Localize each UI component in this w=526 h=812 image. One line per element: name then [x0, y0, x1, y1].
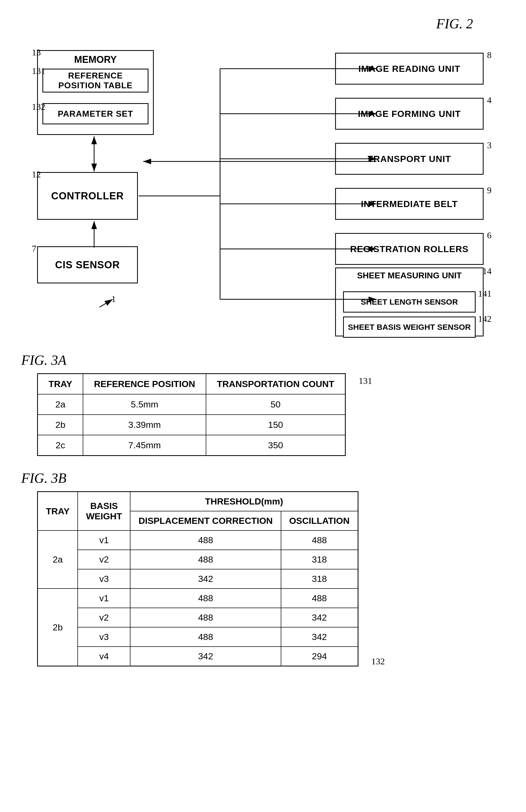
- ref-1: 1: [111, 294, 116, 304]
- tray-cell: 2b: [38, 415, 83, 435]
- table-row: v3 342 318: [38, 569, 358, 589]
- displacement-cell: 488: [130, 531, 281, 550]
- col-transcount-header: TRANSPORTATION COUNT: [206, 374, 345, 394]
- diagram-area: MEMORY REFERENCE POSITION TABLE PARAMETE…: [21, 40, 505, 336]
- table-row: 2c 7.45mm 350: [38, 435, 346, 456]
- fig3b-section: FIG. 3B TRAY BASIS WEIGHT THRESHOLD(mm) …: [21, 470, 505, 668]
- ref-6: 6: [487, 230, 492, 241]
- tray-cell: 2a: [38, 394, 83, 415]
- weight-cell: v2: [78, 550, 130, 569]
- cis-sensor-block: CIS SENSOR: [37, 246, 138, 284]
- registration-rollers-block: REGISTRATION ROLLERS: [335, 233, 484, 265]
- col-threshold-header: THRESHOLD(mm): [130, 492, 358, 511]
- oscillation-cell: 488: [281, 531, 358, 550]
- refpos-cell: 5.5mm: [83, 394, 206, 415]
- ref-9: 9: [487, 185, 492, 195]
- fig3b-table-wrapper: TRAY BASIS WEIGHT THRESHOLD(mm) DISPLACE…: [21, 491, 359, 666]
- ref-132-3b: 132: [371, 656, 385, 666]
- col-refpos-header: REFERENCE POSITION: [83, 374, 206, 394]
- fig3a-label: FIG. 3A: [21, 352, 505, 368]
- sheet-weight-block: SHEET BASIS WEIGHT SENSOR: [343, 317, 476, 338]
- oscillation-cell: 294: [281, 647, 358, 666]
- ref-3: 3: [487, 140, 492, 150]
- ref-142: 142: [478, 314, 492, 324]
- fig3a-table-wrapper: TRAY REFERENCE POSITION TRANSPORTATION C…: [21, 373, 346, 456]
- col-oscillation-header: OSCILLATION: [281, 511, 358, 531]
- ref-pos-table-block: REFERENCE POSITION TABLE: [42, 69, 148, 92]
- displacement-cell: 488: [130, 608, 281, 627]
- tray-cell: 2c: [38, 435, 83, 456]
- ref-132: 132: [32, 102, 45, 112]
- transport-block: TRANSPORT UNIT: [335, 143, 484, 175]
- fig3a-section: FIG. 3A TRAY REFERENCE POSITION TRANSPOR…: [21, 352, 505, 457]
- displacement-cell: 488: [130, 627, 281, 647]
- ref-4: 4: [487, 95, 492, 105]
- transcount-cell: 150: [206, 415, 345, 435]
- controller-block: CONTROLLER: [37, 172, 138, 220]
- table-row: 2b v1 488 488: [38, 589, 358, 608]
- ref-7: 7: [32, 244, 36, 254]
- image-reading-block: IMAGE READING UNIT: [335, 53, 484, 85]
- table-row: v4 342 294: [38, 647, 358, 666]
- col-tray-header: TRAY: [38, 492, 78, 531]
- weight-cell: v1: [78, 531, 130, 550]
- page: FIG. 2 MEMORY REFERENCE POSITION TABLE P…: [0, 0, 526, 812]
- tray-cell: 2a: [38, 531, 78, 589]
- tray-cell: 2b: [38, 589, 78, 666]
- col-basis-weight-header: BASIS WEIGHT: [78, 492, 130, 531]
- displacement-cell: 342: [130, 647, 281, 666]
- displacement-cell: 488: [130, 550, 281, 569]
- sheet-measuring-label: SHEET MEASURING UNIT: [335, 267, 484, 280]
- displacement-cell: 342: [130, 569, 281, 589]
- intermediate-belt-block: INTERMEDIATE BELT: [335, 188, 484, 220]
- oscillation-cell: 488: [281, 589, 358, 608]
- param-set-block: PARAMETER SET: [42, 103, 148, 124]
- table-row: 2b 3.39mm 150: [38, 415, 346, 435]
- table-row: v2 488 342: [38, 608, 358, 627]
- fig2-title: FIG. 2: [21, 16, 505, 31]
- sheet-length-block: SHEET LENGTH SENSOR: [343, 291, 476, 313]
- oscillation-cell: 342: [281, 627, 358, 647]
- refpos-cell: 7.45mm: [83, 435, 206, 456]
- col-tray-header: TRAY: [38, 374, 83, 394]
- fig3b-table: TRAY BASIS WEIGHT THRESHOLD(mm) DISPLACE…: [37, 491, 359, 666]
- transcount-cell: 50: [206, 394, 345, 415]
- transcount-cell: 350: [206, 435, 345, 456]
- svg-line-14: [99, 299, 113, 307]
- fig3a-table: TRAY REFERENCE POSITION TRANSPORTATION C…: [37, 373, 346, 456]
- col-displacement-header: DISPLACEMENT CORRECTION: [130, 511, 281, 531]
- fig3b-label: FIG. 3B: [21, 470, 505, 486]
- weight-cell: v2: [78, 608, 130, 627]
- ref-141: 141: [478, 289, 492, 299]
- displacement-cell: 488: [130, 589, 281, 608]
- memory-label: MEMORY: [37, 54, 154, 65]
- ref-8: 8: [487, 50, 492, 60]
- refpos-cell: 3.39mm: [83, 415, 206, 435]
- ref-14: 14: [483, 266, 492, 276]
- weight-cell: v4: [78, 647, 130, 666]
- weight-cell: v1: [78, 589, 130, 608]
- weight-cell: v3: [78, 627, 130, 647]
- table-row: 2a v1 488 488: [38, 531, 358, 550]
- image-forming-block: IMAGE FORMING UNIT: [335, 98, 484, 130]
- table-row: v3 488 342: [38, 627, 358, 647]
- weight-cell: v3: [78, 569, 130, 589]
- ref-12: 12: [32, 170, 41, 179]
- oscillation-cell: 342: [281, 608, 358, 627]
- oscillation-cell: 318: [281, 569, 358, 589]
- oscillation-cell: 318: [281, 550, 358, 569]
- table-row: v2 488 318: [38, 550, 358, 569]
- table-row: 2a 5.5mm 50: [38, 394, 346, 415]
- ref-131: 131: [32, 66, 45, 76]
- ref-131-3a: 131: [359, 376, 372, 386]
